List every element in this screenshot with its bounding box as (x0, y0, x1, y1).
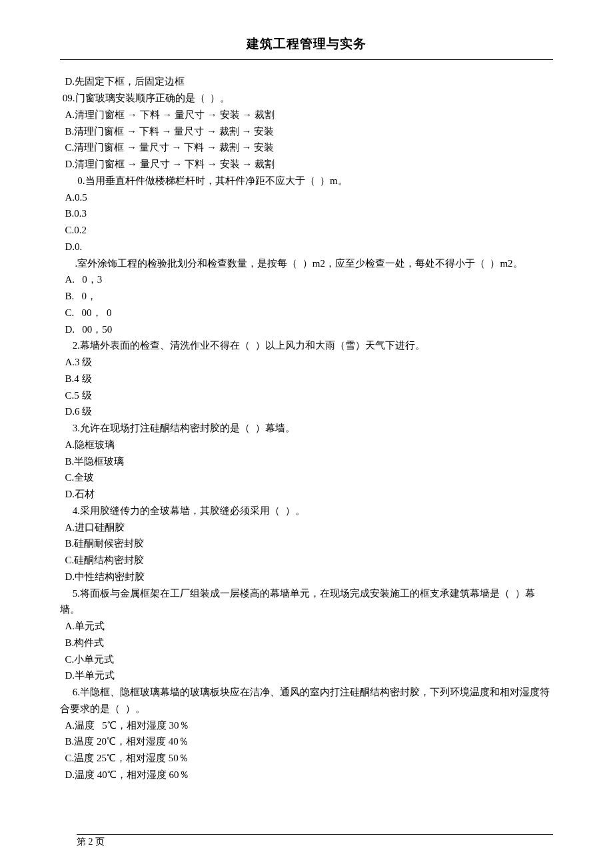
text-line: A.清理门窗框 → 下料 → 量尺寸 → 安装 → 裁割 (60, 107, 553, 123)
text-line: D.6 级 (60, 403, 553, 420)
text-line: .室外涂饰工程的检验批划分和检查数量，是按每（ ）m2，应至少检查一处，每处不得… (60, 255, 553, 272)
text-line: D.先固定下框，后固定边框 (60, 73, 553, 90)
text-line: A.单元式 (60, 618, 553, 635)
text-line: A. 0，3 (60, 271, 553, 288)
text-line: A.3 级 (60, 354, 553, 371)
text-line: D.温度 40℃，相对湿度 60％ (60, 767, 553, 783)
text-line: C.全玻 (60, 469, 553, 486)
text-line: D.中性结构密封胶 (60, 569, 553, 585)
text-line: B. 0， (60, 288, 553, 305)
text-line: B.构件式 (60, 635, 553, 651)
text-line: C.5 级 (60, 387, 553, 404)
text-line: C.0.2 (60, 222, 553, 239)
text-line: D.清理门窗框 → 量尺寸 → 下料 → 安装 → 裁割 (60, 156, 553, 173)
text-line: 4.采用胶缝传力的全玻幕墙，其胶缝必须采用（ ）。 (60, 503, 553, 519)
text-line: B.清理门窗框 → 下料 → 量尺寸 → 裁割 → 安装 (60, 123, 553, 140)
text-line: D. 00，50 (60, 321, 553, 338)
text-line: B.0.3 (60, 205, 553, 222)
body-text: D.先固定下框，后固定边框 09.门窗玻璃安装顺序正确的是（ ）。 A.清理门窗… (60, 73, 553, 783)
text-line: B.半隐框玻璃 (60, 453, 553, 470)
page: 建筑工程管理与实务 D.先固定下框，后固定边框 09.门窗玻璃安装顺序正确的是（… (0, 0, 613, 868)
text-line: C.小单元式 (60, 651, 553, 668)
text-line: B.温度 20℃，相对湿度 40％ (60, 733, 553, 750)
text-line: D.半单元式 (60, 667, 553, 684)
text-line: 0.当用垂直杆件做楼梯栏杆时，其杆件净距不应大于（ ）m。 (60, 173, 553, 189)
footer-rule (77, 834, 553, 835)
text-line: 5.将面板与金属框架在工厂组装成一层楼高的幕墙单元，在现场完成安装施工的框支承建… (60, 585, 553, 619)
text-line: C.硅酮结构密封胶 (60, 552, 553, 569)
page-number: 第 2 页 (77, 834, 105, 849)
header-rule (60, 59, 553, 60)
text-line: 2.幕墙外表面的检查、清洗作业不得在（ ）以上风力和大雨（雪）天气下进行。 (60, 337, 553, 354)
page-title: 建筑工程管理与实务 (60, 33, 553, 54)
text-line: C. 00， 0 (60, 305, 553, 321)
text-line: A.进口硅酮胶 (60, 519, 553, 536)
text-line: D.石材 (60, 486, 553, 503)
text-line: A.隐框玻璃 (60, 437, 553, 453)
text-line: 09.门窗玻璃安装顺序正确的是（ ）。 (60, 90, 553, 107)
text-line: A.温度 5℃，相对湿度 30％ (60, 717, 553, 734)
text-line: 6.半隐框、隐框玻璃幕墙的玻璃板块应在洁净、通风的室内打注硅酮结构密封胶，下列环… (60, 684, 553, 717)
text-line: A.0.5 (60, 189, 553, 206)
text-line: B.4 级 (60, 371, 553, 387)
text-line: C.清理门窗框 → 量尺寸 → 下料 → 裁割 → 安装 (60, 139, 553, 156)
text-line: D.0. (60, 239, 553, 255)
text-line: B.硅酮耐候密封胶 (60, 535, 553, 552)
text-line: C.温度 25℃，相对湿度 50％ (60, 750, 553, 767)
text-line: 3.允许在现场打注硅酮结构密封胶的是（ ）幕墙。 (60, 420, 553, 437)
